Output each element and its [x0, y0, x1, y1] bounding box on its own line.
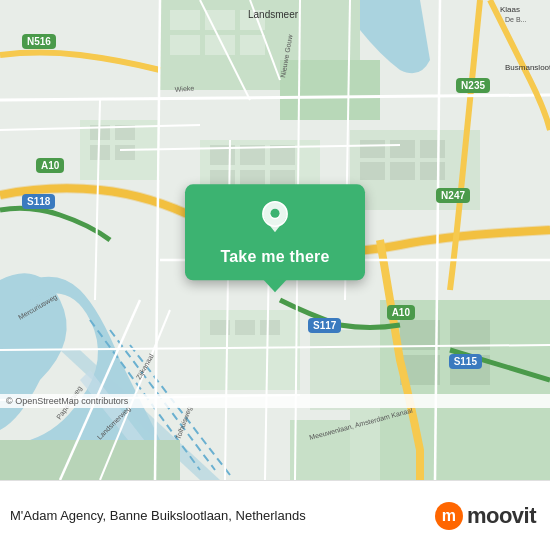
location-info: M'Adam Agency, Banne Buikslootlaan, Neth… — [10, 508, 306, 523]
svg-rect-15 — [90, 145, 110, 160]
location-pin-icon — [256, 200, 294, 238]
svg-rect-11 — [240, 35, 265, 55]
take-me-there-label: Take me there — [220, 248, 329, 266]
svg-rect-27 — [420, 140, 445, 158]
svg-rect-16 — [115, 145, 135, 160]
svg-point-76 — [270, 209, 279, 218]
moovit-dot-icon: m — [435, 502, 463, 530]
map-view[interactable]: Landsmeer Klaas De B... Busmansloot Wiek… — [0, 0, 550, 480]
shield-n235: N235 — [456, 78, 490, 93]
svg-rect-26 — [390, 140, 415, 158]
svg-rect-6 — [170, 10, 200, 30]
moovit-logo: m moovit — [435, 502, 536, 530]
svg-rect-28 — [360, 162, 385, 180]
svg-rect-9 — [170, 35, 200, 55]
location-name: M'Adam Agency, Banne Buikslootlaan, Neth… — [10, 508, 306, 523]
svg-text:Busmansloot: Busmansloot — [505, 63, 550, 72]
take-me-there-popup[interactable]: Take me there — [185, 184, 365, 280]
shield-a10-2: A10 — [387, 305, 415, 320]
copyright-bar: © OpenStreetMap contributors — [0, 394, 550, 408]
shield-n516: N516 — [22, 34, 56, 49]
svg-rect-34 — [260, 320, 280, 335]
shield-s117: S117 — [308, 318, 341, 333]
svg-rect-33 — [235, 320, 255, 335]
shield-s115: S115 — [449, 354, 482, 369]
svg-rect-38 — [0, 440, 180, 480]
moovit-text-label: moovit — [467, 503, 536, 529]
shield-n247: N247 — [436, 188, 470, 203]
svg-rect-25 — [360, 140, 385, 158]
shield-a10-1: A10 — [36, 158, 64, 173]
svg-text:Klaas: Klaas — [500, 5, 520, 14]
bottom-bar: M'Adam Agency, Banne Buikslootlaan, Neth… — [0, 480, 550, 550]
svg-rect-30 — [420, 162, 445, 180]
svg-rect-5 — [280, 60, 380, 120]
svg-rect-29 — [390, 162, 415, 180]
shield-s118: S118 — [22, 194, 55, 209]
svg-text:Landsmeer: Landsmeer — [248, 9, 299, 20]
svg-text:De B...: De B... — [505, 16, 526, 23]
